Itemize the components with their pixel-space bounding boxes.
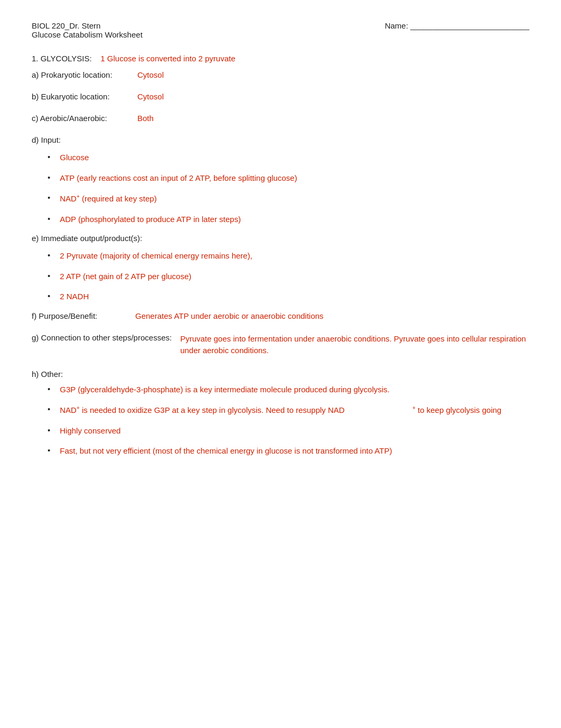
output-section: e) Immediate output/product(s): • 2 Pyru… <box>32 234 529 303</box>
eukaryotic-label: b) Eukaryotic location: <box>32 92 127 101</box>
input-item-1: Glucose <box>60 152 89 164</box>
bullet-icon: • <box>48 404 50 413</box>
input-item-2: ATP (early reactions cost an input of 2 … <box>60 172 297 185</box>
purpose-label: f) Purpose/Benefit: <box>32 311 127 320</box>
input-item-3: NAD+ (required at key step) <box>60 192 156 205</box>
other-item-3: Highly conserved <box>60 425 120 437</box>
course-title: BIOL 220_Dr. Stern <box>32 21 143 30</box>
other-label: h) Other: <box>32 370 529 379</box>
prokaryotic-value: Cytosol <box>137 70 164 79</box>
bullet-icon: • <box>48 271 50 280</box>
section-number-label: 1. GLYCOLYSIS: <box>32 54 92 63</box>
list-item: • G3P (glyceraldehyde-3-phosphate) is a … <box>32 384 529 396</box>
aerobic-label: c) Aerobic/Anaerobic: <box>32 114 127 123</box>
section-title: 1. GLYCOLYSIS: 1 Glucose is converted in… <box>32 54 529 63</box>
list-item: • 2 ATP (net gain of 2 ATP per glucose) <box>32 271 529 283</box>
connection-row: g) Connection to other steps/processes: … <box>32 333 529 357</box>
bullet-icon: • <box>48 446 50 455</box>
list-item: • 2 NADH <box>32 291 529 303</box>
list-item: • NAD+ (required at key step) <box>32 192 529 205</box>
prokaryotic-row: a) Prokaryotic location: Cytosol <box>32 70 529 79</box>
purpose-value: Generates ATP under aerobic or anaerobic… <box>135 311 323 320</box>
purpose-row: f) Purpose/Benefit: Generates ATP under … <box>32 311 529 320</box>
bullet-icon: • <box>48 173 50 182</box>
other-item-4: Fast, but not very efficient (most of th… <box>60 445 392 457</box>
list-item: • Fast, but not very efficient (most of … <box>32 445 529 457</box>
connection-value: Pyruvate goes into fermentation under an… <box>180 333 529 357</box>
input-item-4: ADP (phosphorylated to produce ATP in la… <box>60 214 241 226</box>
bullet-icon: • <box>48 152 50 161</box>
name-label: Name: ___________________________ <box>385 21 529 30</box>
connection-label: g) Connection to other steps/processes: <box>32 333 172 342</box>
worksheet-title: Glucose Catabolism Worksheet <box>32 30 143 39</box>
list-item: • ADP (phosphorylated to produce ATP in … <box>32 214 529 226</box>
section-summary: 1 Glucose is converted into 2 pyruvate <box>100 54 235 63</box>
input-section: d) Input: • Glucose • ATP (early reactio… <box>32 135 529 225</box>
eukaryotic-row: b) Eukaryotic location: Cytosol <box>32 92 529 101</box>
name-field: Name: ___________________________ <box>385 21 529 30</box>
other-item-1: G3P (glyceraldehyde-3-phosphate) is a ke… <box>60 384 389 396</box>
other-item-2: NAD+ is needed to oxidize G3P at a key s… <box>60 404 529 417</box>
bullet-icon: • <box>48 426 50 435</box>
output-item-1: 2 Pyruvate (majority of chemical energy … <box>60 250 252 262</box>
list-item: • Glucose <box>32 152 529 164</box>
bullet-icon: • <box>48 214 50 223</box>
list-item: • NAD+ is needed to oxidize G3P at a key… <box>32 404 529 417</box>
glycolysis-section: 1. GLYCOLYSIS: 1 Glucose is converted in… <box>32 54 529 457</box>
input-label: d) Input: <box>32 135 529 144</box>
output-label: e) Immediate output/product(s): <box>32 234 529 243</box>
page-header: BIOL 220_Dr. Stern Glucose Catabolism Wo… <box>32 21 529 39</box>
output-item-3: 2 NADH <box>60 291 89 303</box>
list-item: • 2 Pyruvate (majority of chemical energ… <box>32 250 529 262</box>
bullet-icon: • <box>48 291 50 300</box>
output-item-2: 2 ATP (net gain of 2 ATP per glucose) <box>60 271 191 283</box>
aerobic-value: Both <box>137 114 154 123</box>
list-item: • ATP (early reactions cost an input of … <box>32 172 529 185</box>
aerobic-row: c) Aerobic/Anaerobic: Both <box>32 114 529 123</box>
other-section: h) Other: • G3P (glyceraldehyde-3-phosph… <box>32 370 529 457</box>
bullet-icon: • <box>48 251 50 260</box>
bullet-icon: • <box>48 193 50 202</box>
header-left: BIOL 220_Dr. Stern Glucose Catabolism Wo… <box>32 21 143 39</box>
prokaryotic-label: a) Prokaryotic location: <box>32 70 127 79</box>
list-item: • Highly conserved <box>32 425 529 437</box>
bullet-icon: • <box>48 384 50 393</box>
eukaryotic-value: Cytosol <box>137 92 164 101</box>
